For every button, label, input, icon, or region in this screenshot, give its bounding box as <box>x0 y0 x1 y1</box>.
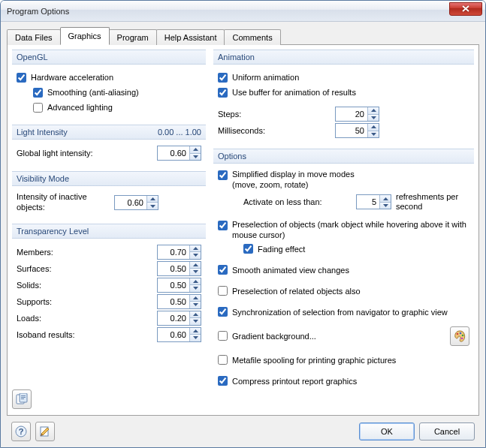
input-loads[interactable] <box>158 311 189 325</box>
checkbox-smoothing[interactable] <box>33 88 43 98</box>
spin-down-activate[interactable] <box>379 202 391 209</box>
input-members[interactable] <box>158 245 189 259</box>
color-palette-icon <box>454 330 466 342</box>
spinner-inactive-intensity <box>114 195 158 210</box>
group-header-visibility: Visibility Mode <box>12 171 206 186</box>
input-milliseconds[interactable] <box>336 124 367 137</box>
light-range: 0.00 ... 1.00 <box>158 128 201 137</box>
window-title: Program Options <box>7 7 449 16</box>
spin-down-global-light[interactable] <box>189 153 201 161</box>
help-button[interactable]: ? <box>11 422 31 441</box>
label-metafile-spooling: Metafile spooling for printing graphic p… <box>232 356 396 365</box>
svg-text:?: ? <box>19 427 24 436</box>
label-advanced-lighting: Advanced lighting <box>47 103 113 112</box>
cancel-button[interactable]: Cancel <box>419 422 475 440</box>
label-fading: Fading effect <box>258 245 305 254</box>
spin-up-supports[interactable] <box>189 295 201 302</box>
checkbox-fading[interactable] <box>243 244 253 254</box>
ok-button[interactable]: OK <box>359 422 415 440</box>
checkbox-gradient-bg[interactable] <box>218 331 228 341</box>
input-global-light[interactable] <box>158 146 189 160</box>
label-inactive-intensity: Intensity of inactive objects: <box>17 192 114 213</box>
group-options: Options Simplified display in move modes… <box>213 149 474 394</box>
input-supports[interactable] <box>158 295 189 308</box>
label-members: Members: <box>17 248 157 257</box>
checkbox-preselection[interactable] <box>218 221 228 230</box>
input-inactive-intensity[interactable] <box>115 196 146 209</box>
spin-down-solids[interactable] <box>189 284 201 292</box>
tab-help-assistant[interactable]: Help Assistant <box>156 29 225 45</box>
close-button[interactable] <box>449 2 482 16</box>
checkbox-simplified-display[interactable] <box>218 170 228 180</box>
tab-comments[interactable]: Comments <box>224 29 280 45</box>
spin-down-surfaces[interactable] <box>189 268 201 275</box>
spin-up-steps[interactable] <box>367 107 379 114</box>
group-opengl: OpenGL Hardware acceleration Smoothing (… <box>12 50 206 120</box>
spin-up-activate[interactable] <box>379 195 391 202</box>
checkbox-compress-printout[interactable] <box>218 376 228 386</box>
spin-down-supports[interactable] <box>189 301 201 308</box>
spin-up-isoband[interactable] <box>189 328 201 335</box>
label-refreshments: refreshments per second <box>396 192 469 213</box>
label-presel-related: Preselection of related objects also <box>232 287 361 296</box>
checkbox-buffer-animation[interactable] <box>218 88 228 98</box>
spinner-global-light <box>157 146 201 161</box>
label-solids: Solids: <box>17 281 157 290</box>
label-gradient-bg: Gradient background... <box>232 332 316 341</box>
group-header-options: Options <box>213 149 474 164</box>
tab-graphics[interactable]: Graphics <box>60 27 110 45</box>
dialog-footer: ? OK Cancel <box>7 416 479 441</box>
group-transparency: Transparency Level Members: Surfaces: So… <box>12 224 206 348</box>
svg-rect-2 <box>21 395 26 396</box>
spin-up-solids[interactable] <box>189 278 201 285</box>
group-animation: Animation Uniform animation Use buffer f… <box>213 50 474 144</box>
tab-program[interactable]: Program <box>109 29 157 45</box>
checkbox-hardware-accel[interactable] <box>17 73 26 83</box>
spin-up-global-light[interactable] <box>189 146 201 153</box>
spin-up-members[interactable] <box>189 245 201 252</box>
spin-down-isoband[interactable] <box>189 334 201 341</box>
gradient-bg-button[interactable] <box>450 326 469 346</box>
checkbox-sync-navigator[interactable] <box>218 307 228 317</box>
svg-point-7 <box>462 334 464 336</box>
spin-down-members[interactable] <box>189 251 201 259</box>
checkbox-advanced-lighting[interactable] <box>33 103 43 113</box>
checkbox-presel-related[interactable] <box>218 286 228 296</box>
label-preselection: Preselection of objects (mark object whi… <box>232 220 469 241</box>
edit-icon <box>39 425 51 437</box>
spin-down-steps[interactable] <box>367 114 379 122</box>
checkbox-smooth-view[interactable] <box>218 265 228 275</box>
titlebar: Program Options <box>1 1 485 22</box>
tab-data-files[interactable]: Data Files <box>7 29 61 45</box>
left-column: OpenGL Hardware acceleration Smoothing (… <box>12 50 206 410</box>
spin-up-surfaces[interactable] <box>189 262 201 269</box>
spin-down-inactive[interactable] <box>146 202 158 209</box>
svg-point-8 <box>461 337 463 339</box>
svg-rect-4 <box>21 398 24 399</box>
spin-up-ms[interactable] <box>367 124 379 131</box>
close-icon <box>462 5 469 12</box>
group-visibility-mode: Visibility Mode Intensity of inactive ob… <box>12 171 206 219</box>
svg-point-6 <box>460 332 462 334</box>
svg-point-5 <box>457 332 459 335</box>
checkbox-uniform-animation[interactable] <box>218 73 228 83</box>
label-compress-printout: Compress printout report graphics <box>232 377 357 386</box>
help-icon: ? <box>15 425 27 437</box>
spin-down-ms[interactable] <box>367 131 379 138</box>
group-header-opengl: OpenGL <box>12 50 206 65</box>
spin-up-loads[interactable] <box>189 311 201 318</box>
spin-down-loads[interactable] <box>189 317 201 325</box>
edit-button[interactable] <box>35 422 55 441</box>
input-steps[interactable] <box>336 107 367 121</box>
group-header-transparency: Transparency Level <box>12 224 206 239</box>
checkbox-metafile-spooling[interactable] <box>218 355 228 365</box>
spin-up-inactive[interactable] <box>146 196 158 203</box>
config-sets-button[interactable] <box>12 389 32 409</box>
input-solids[interactable] <box>158 278 189 292</box>
input-surfaces[interactable] <box>158 262 189 275</box>
input-activate-on[interactable] <box>357 195 379 209</box>
label-steps: Steps: <box>218 110 276 119</box>
label-isoband: Isoband results: <box>17 330 157 339</box>
group-header-animation: Animation <box>213 50 474 65</box>
input-isoband[interactable] <box>158 328 189 341</box>
